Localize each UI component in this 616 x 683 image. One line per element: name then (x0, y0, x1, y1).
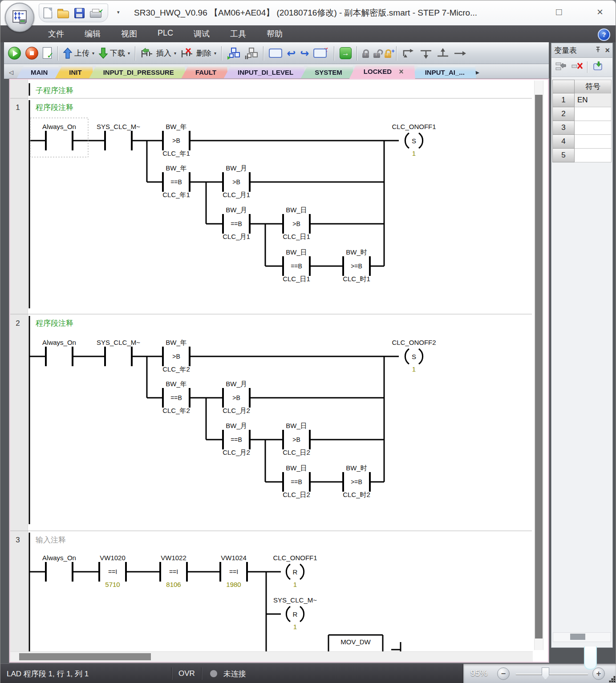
lock-add-button[interactable]: + (382, 48, 393, 59)
ladder-contact-BW_时[interactable]: BW_时>=BCLC_时1 (343, 248, 370, 283)
apply-symbols-button[interactable] (592, 61, 604, 73)
tab-LOCKED[interactable]: LOCKED× (349, 64, 415, 79)
tab-INPUT_DI_PRESSURE[interactable]: INPUT_DI_PRESSURE (89, 66, 186, 79)
tab-FAULT[interactable]: FAULT (181, 66, 228, 79)
panel-handle[interactable] (584, 647, 597, 670)
panel-close-icon[interactable]: × (605, 46, 610, 55)
menu-item-工具[interactable]: 工具 (223, 26, 253, 41)
ladder-contact-BW_年[interactable]: BW_年==BCLC_年2 (162, 380, 190, 414)
tab-INPUT_AI_...[interactable]: INPUT_AI_... (411, 66, 476, 79)
tab-INIT[interactable]: INIT (55, 66, 93, 79)
insert-branch-button[interactable] (400, 46, 417, 61)
insert-line-up-button[interactable] (434, 46, 451, 61)
ladder-contact-BW_月[interactable]: BW_月>BCLC_月1 (223, 164, 250, 198)
ladder-contact-BW_日[interactable]: BW_日>BCLC_日2 (283, 422, 310, 456)
ladder-contact-BW_日[interactable]: BW_日==BCLC_日1 (283, 248, 310, 283)
run-button[interactable] (6, 46, 23, 61)
zoom-in-button[interactable]: + (592, 667, 605, 680)
ladder-contact-VW1022[interactable]: VW1022==I8106 (160, 554, 187, 588)
insert-dropdown-icon[interactable]: ▾ (174, 51, 176, 56)
delete-field-button[interactable] (571, 61, 583, 73)
zoom-out-button[interactable]: − (497, 667, 510, 680)
new-file-icon[interactable] (44, 8, 52, 18)
download-button[interactable]: 下载▾ (97, 47, 132, 60)
insert-line-down-button[interactable] (417, 46, 434, 61)
tab-close-icon[interactable]: × (399, 69, 404, 74)
ladder-contact-BW_年[interactable]: BW_年==BCLC_年1 (162, 164, 190, 198)
editor-vertical-scrollbar[interactable] (534, 81, 543, 650)
ladder-contact-BW_月[interactable]: BW_月>BCLC_月2 (223, 380, 250, 414)
ladder-contact-Always_On[interactable]: Always_On (42, 339, 76, 366)
vartable-symbol-cell[interactable] (575, 121, 612, 135)
vartable-scroll-thumb[interactable] (570, 634, 585, 640)
qat-customize-icon[interactable]: ▾ (117, 9, 120, 15)
ladder-contact-BW_时[interactable]: BW_时>=BCLC_时2 (343, 464, 370, 498)
ladder-contact-BW_月[interactable]: BW_月==BCLC_月1 (223, 206, 250, 240)
menu-item-编辑[interactable]: 编辑 (78, 26, 107, 41)
horizontal-scroll-thumb[interactable] (19, 653, 151, 660)
program-blocks-icon (227, 47, 240, 60)
tab-MAIN[interactable]: MAIN (16, 66, 59, 79)
upload-button[interactable]: 上传▾ (61, 47, 97, 60)
close-button[interactable]: × (592, 5, 608, 19)
vartable-symbol-cell[interactable]: EN (575, 93, 612, 107)
app-menu-button[interactable] (5, 3, 34, 32)
goto-button[interactable]: → (337, 46, 354, 60)
unlock-button[interactable] (371, 48, 382, 59)
menu-item-视图[interactable]: 视图 (114, 26, 144, 41)
upload-dropdown-icon[interactable]: ▾ (92, 51, 94, 56)
pin-icon[interactable] (595, 46, 601, 54)
editor-horizontal-scrollbar[interactable] (10, 651, 533, 662)
ladder-contact-Always_On[interactable]: Always_On (30, 118, 88, 157)
tab-scroll-left-icon[interactable]: ◁ (6, 66, 16, 78)
insert-button[interactable]: 插入▾ (138, 47, 178, 60)
delete-button[interactable]: 删除▾ (178, 47, 219, 60)
next-bookmark-button[interactable]: ↪ (298, 48, 311, 59)
print-icon[interactable] (90, 11, 101, 18)
menu-item-帮助[interactable]: 帮助 (260, 26, 289, 41)
vartable-row-header[interactable]: 2 (552, 107, 575, 121)
insert-field-button[interactable] (555, 61, 567, 73)
save-icon[interactable] (74, 8, 85, 18)
prev-bookmark-button[interactable]: ↩ (284, 48, 298, 59)
vertical-scroll-thumb[interactable] (535, 95, 543, 639)
download-dropdown-icon[interactable]: ▾ (128, 51, 130, 56)
ladder-contact-SYS_CLC_M~[interactable]: SYS_CLC_M~ (97, 339, 140, 366)
vartable-row-header[interactable]: 5 (552, 149, 575, 162)
stop-button[interactable] (23, 46, 41, 61)
delete-dropdown-icon[interactable]: ▾ (214, 51, 216, 56)
vartable-row-header[interactable]: 1 (552, 93, 575, 107)
program-status-pause-button[interactable] (243, 46, 260, 61)
vartable-symbol-cell[interactable] (575, 149, 612, 162)
ladder-contact-BW_日[interactable]: BW_日>BCLC_日1 (283, 206, 310, 240)
ladder-contact-BW_年[interactable]: BW_年>BCLC_年1 (162, 123, 190, 157)
ladder-contact-BW_月[interactable]: BW_月==BCLC_月2 (223, 422, 250, 456)
compile-button[interactable]: ✓ (41, 46, 55, 60)
tab-SYSTEM[interactable]: SYSTEM (300, 66, 354, 79)
vartable-symbol-cell[interactable] (575, 135, 612, 149)
ladder-contact-BW_年[interactable]: BW_年>BCLC_年2 (162, 339, 190, 373)
menu-item-调试[interactable]: 调试 (187, 26, 216, 41)
ladder-contact-SYS_CLC_M~[interactable]: SYS_CLC_M~ (97, 123, 140, 150)
menu-item-文件[interactable]: 文件 (41, 26, 71, 41)
menu-item-PLC[interactable]: PLC (151, 26, 180, 41)
ladder-contact-BW_日[interactable]: BW_日==BCLC_日2 (283, 464, 310, 498)
zoom-slider-track[interactable] (516, 674, 588, 675)
insert-line-right-button[interactable] (451, 48, 469, 59)
bookmark-button[interactable] (267, 48, 284, 59)
open-file-icon[interactable] (57, 11, 69, 18)
zoom-slider-handle[interactable] (542, 667, 549, 680)
ladder-contact-VW1024[interactable]: VW1024==I1980 (220, 554, 247, 588)
maximize-button[interactable]: □ (551, 5, 567, 19)
program-status-on-button[interactable] (225, 46, 243, 61)
tab-INPUT_DI_LEVEL[interactable]: INPUT_DI_LEVEL (223, 66, 305, 79)
lock-button[interactable] (360, 48, 371, 59)
vartable-scrollbar[interactable] (553, 632, 611, 642)
clear-bookmarks-button[interactable]: ✗ (311, 48, 331, 59)
ladder-contact-VW1020[interactable]: VW1020==I5710 (99, 554, 126, 588)
help-icon[interactable]: ? (598, 28, 610, 41)
vartable-row-header[interactable]: 3 (552, 121, 575, 135)
vartable-symbol-cell[interactable] (575, 107, 612, 121)
ladder-contact-Always_On[interactable]: Always_On (42, 554, 76, 582)
vartable-row-header[interactable]: 4 (552, 135, 575, 149)
